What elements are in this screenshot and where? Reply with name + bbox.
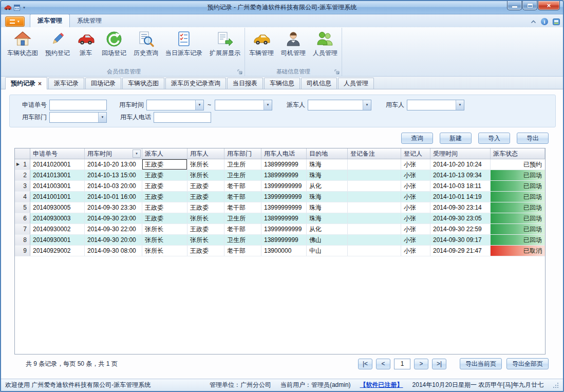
grid-cell[interactable]: 老干部 [224,192,261,202]
table-row[interactable]: 6201409300032014-09-30 23:00王政委张所长卫生所138… [15,213,545,224]
row-selector[interactable]: 7 [15,224,30,234]
grid-cell[interactable]: 20141013001 [30,170,85,180]
grid-cell[interactable]: 2014-10-03 18:11 [430,181,491,191]
grid-cell[interactable] [348,192,401,202]
grid-cell[interactable]: 王政委 [142,213,187,223]
grid-cell[interactable]: 20141001001 [30,192,85,202]
grid-cell[interactable]: 13999999999 [261,181,307,191]
minimize-button[interactable] [507,1,522,10]
status-cell[interactable]: 已回场 [491,181,545,191]
tab-vehicle-status[interactable]: 车辆状态图 [122,78,164,89]
grid-cell[interactable]: 2014-09-30 08:00 [85,246,142,256]
grid-cell[interactable]: 2014-10-01 16:00 [85,192,142,202]
grid-cell[interactable]: 1389999999 [261,170,307,180]
layout-icon[interactable] [14,5,20,11]
status-cell[interactable]: 已预约 [491,159,545,170]
row-selector[interactable]: 5 [15,202,30,213]
grid-cell[interactable]: 佛山 [307,235,348,245]
grid-cell[interactable]: 卫生所 [224,159,261,170]
grid-cell[interactable]: 张所长 [187,213,224,223]
table-row[interactable]: 8201409300012014-09-30 20:00张所长张所长卫生所138… [15,235,545,246]
grid-cell[interactable]: 20140930002 [30,224,85,234]
grid-cell[interactable]: 卫生所 [224,213,261,223]
page-number-input[interactable] [394,359,410,369]
table-row[interactable]: 5201409300052014-09-30 23:30王政委王政委老干部139… [15,202,545,213]
grid-cell[interactable] [348,159,401,170]
grid-cell[interactable]: 20141020001 [30,159,85,170]
grid-cell[interactable]: 王政委 [187,192,224,202]
export-all-pages-button[interactable]: 导出全部页 [506,358,549,369]
grid-cell[interactable] [348,202,401,213]
grid-cell[interactable]: 张所长 [187,159,224,170]
grid-cell[interactable]: 小张 [401,246,430,256]
grid-cell[interactable]: 2014-09-30 09:17 [430,235,491,245]
column-header[interactable]: 派车状态 [491,148,545,159]
filter-dropdown-icon[interactable]: ▼ [133,150,141,158]
grid-cell[interactable]: 2014-09-30 23:14 [430,202,491,213]
chevron-down-icon[interactable]: ▼ [195,100,203,110]
phone-input[interactable] [154,112,211,123]
grid-cell[interactable]: 2014-10-03 20:00 [85,181,142,191]
grid-cell[interactable]: 张所长 [187,170,224,180]
grid-cell[interactable]: 从化 [307,224,348,234]
row-selector[interactable]: 4 [15,192,30,202]
app-menu-button[interactable]: ▼ [5,16,25,27]
status-cell[interactable]: 已回场 [491,224,545,234]
use-time-from-combo[interactable]: ▼ [146,100,204,110]
column-header[interactable]: 登记人 [401,148,430,159]
personnel-manage-button[interactable]: 人员管理 [309,28,341,58]
row-selector[interactable]: 6 [15,213,30,223]
grid-cell[interactable]: 小张 [401,235,430,245]
collapse-ribbon-icon[interactable] [531,20,536,24]
history-query-button[interactable]: 历史查询 [130,28,162,58]
status-cell[interactable]: 已取消 [491,246,545,256]
row-selector[interactable]: 3 [15,181,30,191]
grid-cell[interactable] [348,224,401,234]
column-header[interactable]: 用车人 [187,148,224,159]
chevron-down-icon[interactable]: ▼ [456,100,464,110]
grid-cell[interactable]: 张所长 [187,235,224,245]
table-row[interactable]: 7201409300022014-09-30 22:00张所长王政委老干部139… [15,224,545,235]
grid-cell[interactable]: 珠海 [307,170,348,180]
row-selector[interactable]: 8 [15,235,30,245]
grid-cell[interactable]: 1389999999 [261,159,307,170]
registered-link[interactable]: 【软件已注册】 [360,381,403,389]
grid-cell[interactable]: 2014-10-20 10:24 [430,159,491,170]
grid-cell[interactable]: 珠海 [307,192,348,202]
column-header[interactable]: 目的地 [307,148,348,159]
grid-cell[interactable]: 20140929002 [30,246,85,256]
chevron-down-icon[interactable]: ▼ [98,113,106,122]
grid-cell[interactable]: 小张 [401,224,430,234]
column-header[interactable]: 派车人 [142,148,187,159]
grid-cell[interactable] [348,213,401,223]
dialog-launcher-icon[interactable] [237,69,242,74]
row-selector[interactable]: 2 [15,170,30,180]
grid-cell[interactable]: 20140930003 [30,213,85,223]
grid-cell[interactable]: 珠海 [307,202,348,213]
dispatcher-combo[interactable]: ▼ [308,100,371,110]
table-row[interactable]: 9201409290022014-09-30 08:00张所长王政委老干部139… [15,246,545,256]
grid-cell[interactable]: 老干部 [224,246,261,256]
grid-cell[interactable]: 2014-09-30 22:00 [85,224,142,234]
grid-cell[interactable]: 珠海 [307,159,348,170]
grid-cell[interactable]: 20140930001 [30,235,85,245]
grid-cell[interactable]: 2014-09-30 23:00 [85,213,142,223]
grid-cell[interactable]: 1389999999 [261,213,307,223]
driver-manage-button[interactable]: 司机管理 [277,28,309,58]
grid-cell[interactable]: 13900000 [261,246,307,256]
import-button[interactable]: 导入 [478,133,510,144]
qat-dropdown-icon[interactable]: ▼ [23,6,26,9]
grid-cell[interactable]: 2014-09-30 23:30 [85,202,142,213]
grid-cell[interactable]: 卫生所 [224,235,261,245]
grid-cell[interactable]: 中山 [307,246,348,256]
tab-return-records[interactable]: 回场记录 [85,78,121,89]
export-button[interactable]: 导出 [517,133,549,144]
column-header[interactable]: 用车时间▼ [85,148,142,159]
column-header[interactable]: 用车人电话 [261,148,307,159]
status-cell[interactable]: 已回场 [491,170,545,180]
grid-cell[interactable]: 小张 [401,159,430,170]
table-row[interactable]: 4201410010012014-10-01 16:00王政委王政委老干部139… [15,192,545,202]
grid-cell[interactable]: 王政委 [142,192,187,202]
row-selector[interactable]: ▶1 [15,159,30,170]
grid-cell[interactable]: 小张 [401,202,430,213]
